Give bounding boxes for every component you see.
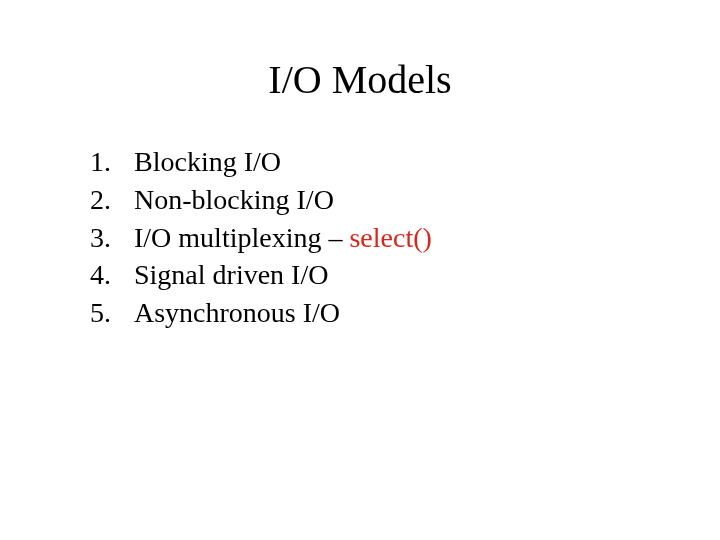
list-item: 3. I/O multiplexing – select()	[90, 219, 660, 257]
item-number: 3.	[90, 219, 134, 257]
item-text: Signal driven I/O	[134, 256, 660, 294]
item-text: Non-blocking I/O	[134, 181, 660, 219]
item-number: 5.	[90, 294, 134, 332]
list-item: 5. Asynchronous I/O	[90, 294, 660, 332]
item-highlight: select()	[349, 222, 431, 253]
item-number: 2.	[90, 181, 134, 219]
slide: I/O Models 1. Blocking I/O 2. Non-blocki…	[0, 0, 720, 540]
list-item: 1. Blocking I/O	[90, 143, 660, 181]
list-item: 2. Non-blocking I/O	[90, 181, 660, 219]
slide-title: I/O Models	[60, 56, 660, 103]
item-text: I/O multiplexing – select()	[134, 219, 660, 257]
item-number: 1.	[90, 143, 134, 181]
list-item: 4. Signal driven I/O	[90, 256, 660, 294]
item-number: 4.	[90, 256, 134, 294]
item-text: Blocking I/O	[134, 143, 660, 181]
model-list: 1. Blocking I/O 2. Non-blocking I/O 3. I…	[60, 143, 660, 332]
item-text: Asynchronous I/O	[134, 294, 660, 332]
